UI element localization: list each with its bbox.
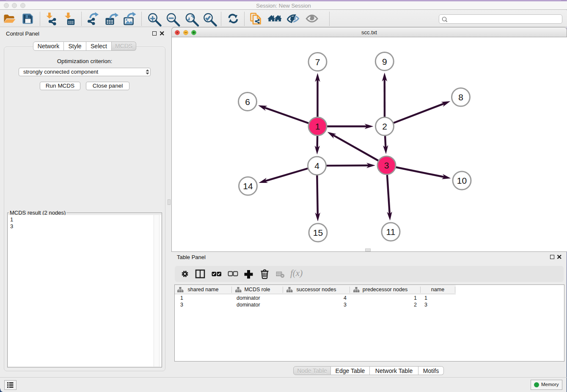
svg-text:8: 8 xyxy=(458,92,463,102)
svg-text:9: 9 xyxy=(382,57,387,66)
svg-text:10: 10 xyxy=(457,176,467,185)
svg-text:11: 11 xyxy=(386,227,396,237)
svg-text:3: 3 xyxy=(384,160,389,170)
svg-text:2: 2 xyxy=(382,121,387,131)
